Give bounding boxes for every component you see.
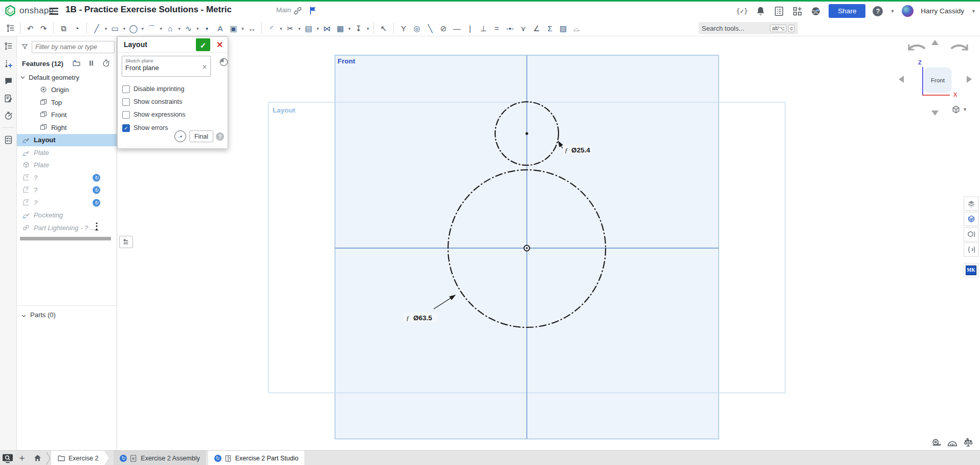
clear-selection-icon[interactable]: ✕ — [202, 63, 207, 71]
horizontal-constraint[interactable]: — — [451, 22, 463, 34]
feature-list-toggle[interactable] — [5, 22, 16, 34]
tab-manager-icon[interactable] — [0, 451, 15, 465]
symmetric-constraint[interactable]: Σ — [544, 22, 556, 34]
add-folder-icon[interactable] — [72, 59, 81, 68]
offset-tool[interactable]: ▤ — [303, 22, 315, 34]
insert-version-icon[interactable] — [0, 56, 16, 71]
feature-row-top[interactable]: Top — [17, 96, 117, 109]
redo[interactable]: ↷ — [38, 22, 50, 34]
polygon-tool-caret-icon[interactable]: ▼ — [177, 27, 182, 31]
feature-row-front[interactable]: Front — [17, 109, 117, 122]
pattern-tool[interactable]: ▦ — [335, 22, 346, 34]
view-up-arrow[interactable] — [931, 40, 939, 45]
option-disable-imprinting[interactable]: Disable imprinting — [122, 85, 184, 93]
regenerate-timer-icon[interactable] — [102, 59, 111, 68]
versions-flag-icon[interactable] — [308, 6, 318, 16]
circle-tool[interactable]: ◯ — [127, 22, 139, 34]
apps-store-icon[interactable] — [792, 6, 803, 17]
link-icon[interactable] — [293, 6, 303, 16]
slot-tool[interactable]: ▣ — [228, 22, 239, 34]
document-menu-icon[interactable] — [49, 6, 58, 14]
option-show-expressions[interactable]: Show expressions — [122, 110, 185, 119]
use-project[interactable]: ◔ — [71, 22, 83, 34]
parts-section-header[interactable]: Parts (0) — [17, 309, 117, 320]
update-available-badge[interactable]: ↻ — [120, 455, 127, 462]
comment-icon[interactable] — [0, 73, 16, 88]
pattern-tool-caret-icon[interactable]: ▼ — [347, 27, 351, 31]
equal-constraint[interactable]: = — [491, 22, 503, 34]
line-tool-caret-icon[interactable]: ▼ — [104, 27, 108, 31]
view-down-arrow[interactable] — [931, 110, 939, 116]
tab-exercise-2-assembly[interactable]: ↻ Exercise 2 Assembly — [114, 451, 207, 465]
import-dxf-tool-caret-icon[interactable]: ▼ — [366, 27, 370, 31]
render-studio-icon[interactable] — [964, 212, 978, 226]
polygon-tool[interactable]: ⌂ — [164, 22, 176, 34]
coincident-constraint[interactable]: Y — [398, 22, 410, 34]
rectangle-tool[interactable]: ▭ — [109, 22, 121, 34]
feature-row--[interactable]: ?↻ — [17, 196, 117, 209]
spline-tool-caret-icon[interactable]: ▼ — [196, 27, 200, 31]
feature-list-float-toggle[interactable] — [119, 236, 133, 248]
line-tool[interactable]: ╱ — [91, 22, 103, 34]
pierce-constraint[interactable]: ⋎ — [518, 22, 529, 34]
final-button[interactable]: Final — [189, 130, 213, 142]
help-caret-icon[interactable]: ▼ — [890, 9, 895, 14]
update-reference-badge[interactable]: ↻ — [93, 174, 100, 182]
view-cube-menu[interactable]: ▼ — [951, 104, 967, 115]
release-notes-icon[interactable] — [773, 6, 785, 17]
fillet-tool[interactable]: ◜ — [266, 22, 278, 34]
trim-tool-caret-icon[interactable]: ▼ — [297, 27, 301, 31]
normal-constraint[interactable]: ∠ — [531, 22, 543, 34]
dialog-accept-button[interactable]: ✓ — [196, 38, 210, 51]
rollback-bar[interactable] — [20, 237, 111, 240]
mass-properties-icon[interactable] — [963, 437, 974, 449]
view-left-arrow[interactable] — [899, 76, 904, 83]
concentric-constraint[interactable]: ◎ — [411, 22, 423, 34]
undo[interactable]: ↶ — [25, 22, 36, 34]
slot-tool-caret-icon[interactable]: ▼ — [241, 27, 245, 31]
workspace-name[interactable]: Main — [276, 6, 291, 14]
dialog-cancel-button[interactable]: ✕ — [213, 38, 225, 51]
share-button[interactable]: Share — [829, 4, 865, 18]
dialog-history-clock-icon[interactable] — [219, 57, 229, 67]
option-show-constraints[interactable]: Show constraints — [122, 98, 182, 106]
checkbox-icon[interactable] — [122, 111, 130, 119]
perpendicular-constraint[interactable]: ⊥ — [478, 22, 489, 34]
rotate-left-icon[interactable] — [905, 43, 926, 58]
fillet-tool-caret-icon[interactable]: ▼ — [279, 27, 283, 31]
user-menu-caret-icon[interactable]: ▼ — [971, 9, 976, 14]
feature-row-plate[interactable]: Plate — [17, 146, 117, 159]
feature-row-part-lightening-[interactable]: Part Lightening - ? ... — [17, 222, 117, 234]
tape-measure-icon[interactable] — [931, 437, 942, 449]
circle-tool-caret-icon[interactable]: ▼ — [141, 27, 145, 31]
offset-tool-caret-icon[interactable]: ▼ — [316, 27, 320, 31]
protractor-icon[interactable] — [947, 437, 958, 449]
mirror-tool[interactable]: ⋈ — [321, 22, 333, 34]
feature-row--[interactable]: ?↻ — [17, 171, 117, 184]
feature-row-right[interactable]: Right — [17, 121, 117, 134]
notifications-bell-icon[interactable] — [755, 6, 766, 17]
text-tool[interactable]: A — [214, 22, 226, 34]
search-tools[interactable]: Search tools... alt/⌥ c — [699, 22, 798, 34]
show-sketch-only-button[interactable] — [174, 130, 186, 142]
home-tab-icon[interactable] — [29, 451, 46, 465]
update-available-badge-2[interactable]: ↻ — [214, 455, 221, 462]
document-title[interactable]: 1B - Practice Exercise Solutions - Metri… — [65, 5, 232, 15]
cad-export-icon[interactable] — [964, 227, 978, 241]
point-tool[interactable]: • — [201, 22, 213, 34]
config-bracket-icon[interactable] — [964, 242, 978, 257]
vertical-constraint[interactable]: | — [464, 22, 476, 34]
arc-tool[interactable]: ⌒ — [146, 22, 158, 34]
feature-row-origin[interactable]: Origin — [17, 84, 117, 97]
graphics-canvas[interactable]: Front Layout ƒ Ø25.4 ƒ Ø63.5 — [117, 36, 980, 450]
history-icon[interactable] — [0, 108, 16, 123]
feature-row-pocketing[interactable]: Pocketing — [17, 209, 117, 222]
update-reference-badge[interactable]: ↻ — [93, 199, 100, 207]
checkbox-icon[interactable] — [122, 85, 130, 93]
small-circle-center-point[interactable] — [525, 132, 528, 135]
feature-tree-icon[interactable] — [0, 38, 16, 54]
sketch-plane-field[interactable]: Sketch plane Front plane ✕ — [122, 56, 211, 77]
help-icon[interactable]: ? — [873, 6, 883, 16]
edit-notes-icon[interactable] — [0, 91, 16, 106]
tab-exercise-2-part-studio[interactable]: ↻ Exercise 2 Part Studio — [208, 451, 305, 465]
